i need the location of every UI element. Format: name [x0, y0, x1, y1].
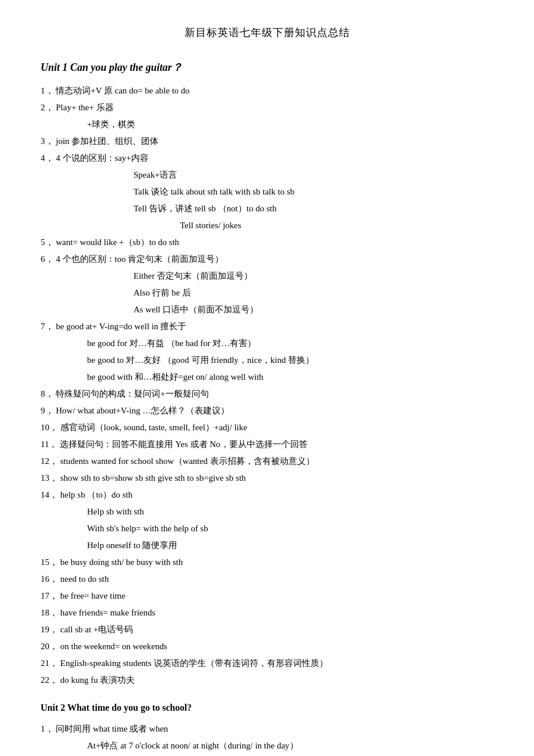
list-item: 3， join 参加社团、组织、团体	[41, 134, 493, 149]
item-text: 4 个说的区别：say+内容	[56, 153, 149, 163]
item-num: 21，	[41, 658, 58, 668]
list-item: 10， 感官动词（look, sound, taste, smell, feel…	[41, 420, 493, 435]
list-item: 11， 选择疑问句：回答不能直接用 Yes 或者 No，要从中选择一个回答	[41, 437, 493, 452]
list-item: Talk 谈论 talk about sth talk with sb talk…	[41, 184, 493, 200]
list-item: 7， be good at+ V-ing=do well in 擅长于	[41, 319, 493, 334]
list-item: be good to 对…友好 （good 可用 friendly，nice，k…	[41, 352, 493, 368]
item-text: How/ what about+V-ing …怎么样？（表建议）	[56, 406, 229, 415]
item-num: 7，	[41, 322, 54, 331]
list-item: 1， 情态动词+V 原 can do= be able to do	[41, 83, 493, 99]
item-num: 17，	[41, 591, 58, 600]
item-num: 2，	[41, 103, 54, 112]
item-num: 18，	[41, 608, 58, 617]
list-item: 6， 4 个也的区别：too 肯定句末（前面加逗号）	[41, 251, 493, 267]
list-item: 15， be busy doing sth/ be busy with sth	[41, 555, 493, 570]
list-item: Either 否定句末（前面加逗号）	[41, 268, 493, 284]
item-text: be good with 和…相处好=get on/ along well wi…	[87, 372, 264, 381]
unit1-title: Unit 1 Can you play the guitar？	[41, 58, 493, 77]
item-num: 16，	[41, 574, 58, 584]
list-item: +球类，棋类	[41, 117, 493, 132]
item-num: 5，	[41, 237, 54, 247]
list-item: 22， do kung fu 表演功夫	[41, 672, 493, 688]
item-text: English-speaking students 说英语的学生（带有连词符，有…	[60, 658, 328, 668]
item-text: be good to 对…友好 （good 可用 friendly，nice，k…	[87, 355, 314, 365]
item-text: As well 口语中（前面不加逗号）	[134, 305, 258, 314]
item-text: call sb at +电话号码	[60, 625, 134, 634]
item-text: Tell stories/ jokes	[180, 221, 241, 230]
list-item: be good with 和…相处好=get on/ along well wi…	[41, 369, 493, 385]
item-num: 1，	[41, 724, 54, 733]
item-text: Speak+语言	[134, 170, 177, 179]
item-text: With sb's help= with the help of sb	[87, 524, 208, 533]
list-item: 5， want= would like +（sb）to do sth	[41, 235, 493, 250]
item-text: be good for 对…有益 （be bad for 对…有害）	[87, 339, 256, 348]
item-text: be free= have time	[60, 591, 125, 600]
list-item: Speak+语言	[41, 167, 493, 183]
item-text: show sth to sb=show sb sth give sth to s…	[60, 473, 246, 483]
list-item: be good for 对…有益 （be bad for 对…有害）	[41, 336, 493, 351]
item-num: 11，	[41, 440, 57, 449]
item-text: At+钟点 at 7 o'clock at noon/ at night（dur…	[87, 741, 298, 750]
list-item: 4， 4 个说的区别：say+内容	[41, 150, 493, 166]
list-item: 12， students wanted for school show（want…	[41, 453, 493, 469]
item-text: 情态动词+V 原 can do= be able to do	[56, 86, 189, 95]
item-text: Either 否定句末（前面加逗号）	[134, 271, 252, 280]
list-item: 18， have friends= make friends	[41, 605, 493, 621]
unit2-content: 1， 问时间用 what time 或者 when At+钟点 at 7 o'c…	[41, 721, 493, 756]
item-num: 10，	[41, 423, 58, 432]
item-text: be good at+ V-ing=do well in 擅长于	[56, 322, 186, 331]
item-num: 13，	[41, 473, 58, 483]
item-num: 15，	[41, 557, 58, 567]
list-item: 14， help sb （to）do sth	[41, 487, 493, 503]
list-item: As well 口语中（前面不加逗号）	[41, 302, 493, 318]
item-text: 感官动词（look, sound, taste, smell, feel）+ad…	[60, 423, 247, 432]
list-item: Help oneself to 随便享用	[41, 538, 493, 553]
item-text: do kung fu 表演功夫	[60, 675, 135, 685]
list-item: Tell 告诉，讲述 tell sb （not）to do sth	[41, 201, 493, 217]
item-text: Also 行前 be 后	[134, 288, 191, 297]
item-num: 20，	[41, 642, 58, 651]
list-item: 16， need to do sth	[41, 571, 493, 587]
item-text: Help oneself to 随便享用	[87, 541, 177, 550]
item-text: 特殊疑问句的构成：疑问词+一般疑问句	[56, 389, 208, 398]
list-item: 17， be free= have time	[41, 588, 493, 604]
item-text: be busy doing sth/ be busy with sth	[60, 557, 183, 567]
list-item: 19， call sb at +电话号码	[41, 622, 493, 638]
item-num: 3，	[41, 136, 54, 146]
item-text: +球类，棋类	[87, 120, 135, 129]
list-item: Also 行前 be 后	[41, 285, 493, 301]
list-item: 2， Play+ the+ 乐器	[41, 100, 493, 116]
item-text: Play+ the+ 乐器	[56, 103, 113, 112]
unit2-title: Unit 2 What time do you go to school?	[41, 700, 493, 717]
item-text: Help sb with sth	[87, 507, 144, 516]
item-num: 19，	[41, 625, 58, 634]
unit1-content: 1， 情态动词+V 原 can do= be able to do 2， Pla…	[41, 83, 493, 688]
list-item: With sb's help= with the help of sb	[41, 521, 493, 537]
item-num: 1，	[41, 86, 54, 95]
list-item: 20， on the weekend= on weekends	[41, 639, 493, 654]
item-num: 4，	[41, 153, 54, 163]
list-item: 13， show sth to sb=show sb sth give sth …	[41, 470, 493, 486]
item-text: need to do sth	[60, 574, 109, 584]
list-item: 21， English-speaking students 说英语的学生（带有连…	[41, 656, 493, 671]
list-item: Help sb with sth	[41, 504, 493, 520]
item-text: Tell 告诉，讲述 tell sb （not）to do sth	[134, 204, 276, 213]
item-num: 14，	[41, 490, 58, 499]
item-text: have friends= make friends	[60, 608, 156, 617]
list-item: Tell stories/ jokes	[41, 218, 493, 233]
page-title: 新目标英语七年级下册知识点总结	[41, 23, 493, 42]
item-text: 问时间用 what time 或者 when	[56, 724, 168, 733]
item-num: 9，	[41, 406, 54, 415]
list-item: 8， 特殊疑问句的构成：疑问词+一般疑问句	[41, 386, 493, 402]
list-item: At+钟点 at 7 o'clock at noon/ at night（dur…	[41, 738, 493, 754]
item-text: on the weekend= on weekends	[60, 642, 167, 651]
item-text: Talk 谈论 talk about sth talk with sb talk…	[134, 187, 294, 196]
item-text: want= would like +（sb）to do sth	[56, 237, 179, 247]
item-num: 22，	[41, 675, 58, 685]
item-text: 4 个也的区别：too 肯定句末（前面加逗号）	[56, 254, 223, 264]
item-num: 12，	[41, 456, 58, 466]
item-text: students wanted for school show（wanted 表…	[60, 456, 315, 466]
list-item: 9， How/ what about+V-ing …怎么样？（表建议）	[41, 403, 493, 419]
item-num: 8，	[41, 389, 54, 398]
item-num: 6，	[41, 254, 54, 264]
